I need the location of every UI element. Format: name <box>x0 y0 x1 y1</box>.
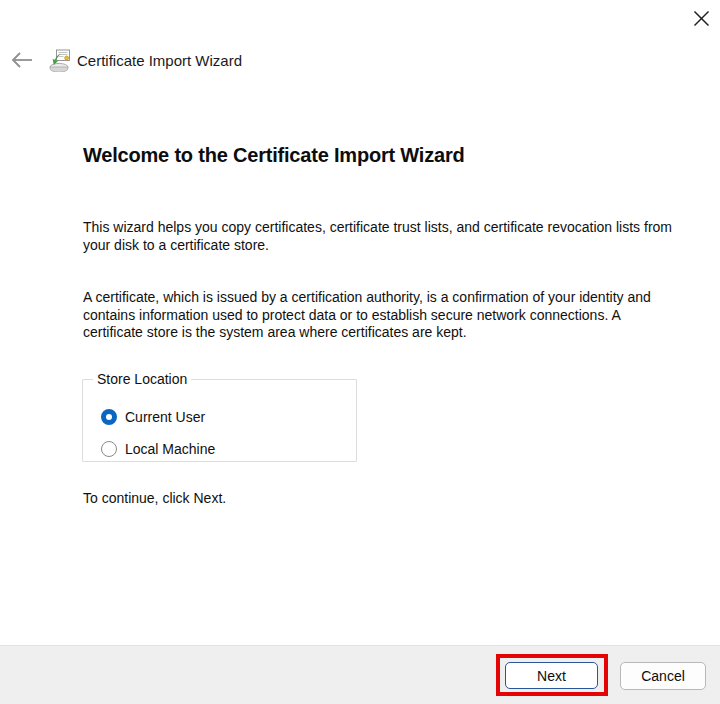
certificate-import-icon <box>48 48 72 72</box>
close-button[interactable] <box>686 6 716 34</box>
store-location-label: Store Location <box>93 371 191 387</box>
back-button[interactable] <box>6 48 38 74</box>
window-title: Certificate Import Wizard <box>77 52 242 69</box>
page-title: Welcome to the Certificate Import Wizard <box>83 144 465 167</box>
radio-current-user[interactable]: Current User <box>101 409 205 425</box>
next-button[interactable]: Next <box>505 662 598 689</box>
back-arrow-icon <box>10 51 34 72</box>
radio-label: Local Machine <box>125 441 215 457</box>
description-paragraph: A certificate, which is issued by a cert… <box>83 289 683 342</box>
store-location-group: Store Location Current User Local Machin… <box>82 371 357 462</box>
radio-button-icon <box>101 409 117 425</box>
continue-hint: To continue, click Next. <box>83 490 226 506</box>
certificate-import-wizard-dialog: Certificate Import Wizard Welcome to the… <box>0 0 720 704</box>
radio-local-machine[interactable]: Local Machine <box>101 441 215 457</box>
radio-label: Current User <box>125 409 205 425</box>
close-icon <box>693 10 710 30</box>
footer-bar <box>0 646 720 704</box>
cancel-button[interactable]: Cancel <box>620 662 706 690</box>
radio-button-icon <box>101 441 117 457</box>
intro-paragraph: This wizard helps you copy certificates,… <box>83 219 675 254</box>
